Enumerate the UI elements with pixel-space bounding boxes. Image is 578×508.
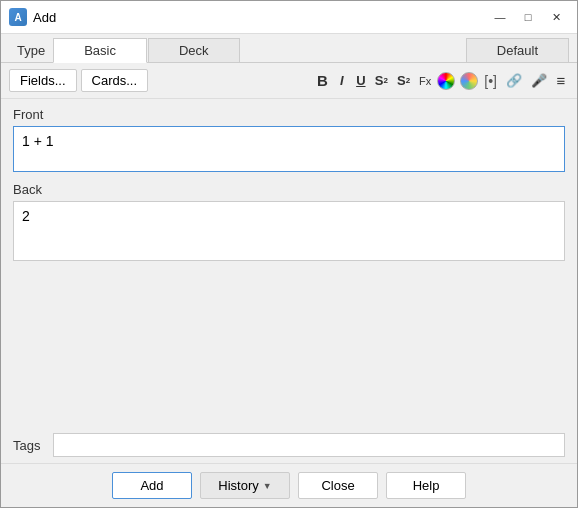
history-dropdown-arrow: ▼: [263, 481, 272, 491]
subscript-button[interactable]: S2: [394, 71, 413, 90]
tab-default[interactable]: Default: [466, 38, 569, 62]
window-title: Add: [33, 10, 487, 25]
superscript-button[interactable]: S2: [372, 71, 391, 90]
tab-deck[interactable]: Deck: [148, 38, 240, 62]
history-button[interactable]: History ▼: [200, 472, 290, 499]
content-area: Front Back: [1, 99, 577, 427]
link-button[interactable]: 🔗: [503, 71, 525, 90]
cards-button[interactable]: Cards...: [81, 69, 149, 92]
tags-input[interactable]: [53, 433, 565, 457]
type-label: Type: [9, 39, 53, 62]
underline-button[interactable]: U: [353, 71, 369, 90]
toolbar: Fields... Cards... B I U S2 S2 Fx [•] 🔗 …: [1, 63, 577, 99]
main-window: A Add — □ ✕ Type Basic Deck Default Fiel…: [0, 0, 578, 508]
format-icons: B I U S2 S2 Fx [•] 🔗 🎤 ≡: [314, 70, 569, 91]
menu-button[interactable]: ≡: [553, 70, 569, 91]
cloze-button[interactable]: Fx: [416, 73, 434, 89]
title-bar: A Add — □ ✕: [1, 1, 577, 34]
tab-bar: Type Basic Deck Default: [1, 34, 577, 63]
front-input[interactable]: [13, 126, 565, 172]
add-button[interactable]: Add: [112, 472, 192, 499]
bottom-bar: Add History ▼ Close Help: [1, 463, 577, 507]
history-label: History: [218, 478, 258, 493]
close-window-button[interactable]: ✕: [543, 7, 569, 27]
highlight-color-button[interactable]: [460, 72, 478, 90]
maximize-button[interactable]: □: [515, 7, 541, 27]
back-input[interactable]: [13, 201, 565, 261]
tab-basic[interactable]: Basic: [53, 38, 147, 63]
fields-button[interactable]: Fields...: [9, 69, 77, 92]
front-label: Front: [13, 107, 565, 122]
mic-button[interactable]: 🎤: [528, 71, 550, 90]
italic-button[interactable]: I: [334, 71, 350, 90]
brackets-button[interactable]: [•]: [481, 71, 500, 91]
tags-label: Tags: [13, 438, 45, 453]
back-label: Back: [13, 182, 565, 197]
bold-button[interactable]: B: [314, 70, 331, 91]
app-icon: A: [9, 8, 27, 26]
text-color-button[interactable]: [437, 72, 455, 90]
help-button[interactable]: Help: [386, 472, 466, 499]
minimize-button[interactable]: —: [487, 7, 513, 27]
window-controls: — □ ✕: [487, 7, 569, 27]
tags-row: Tags: [1, 427, 577, 463]
close-button[interactable]: Close: [298, 472, 378, 499]
